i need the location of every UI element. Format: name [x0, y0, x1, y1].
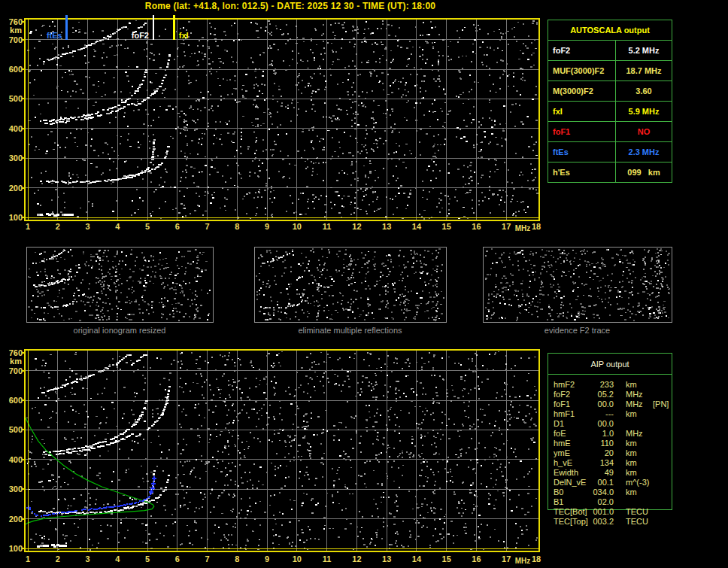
- param-unit: km: [626, 458, 653, 468]
- plot-area: [25, 19, 539, 220]
- svg-text:17: 17: [502, 222, 511, 231]
- svg-text:7: 7: [205, 222, 210, 231]
- param-label: foF1: [554, 399, 591, 409]
- processing-panel-1: [254, 247, 446, 322]
- param-label: foF2: [548, 41, 616, 60]
- param-value: 2.3 MHz: [616, 142, 672, 162]
- svg-text:500: 500: [9, 94, 23, 103]
- table-row: hmE110km: [554, 439, 672, 448]
- param-label: fxI: [548, 102, 616, 121]
- svg-text:13: 13: [382, 222, 391, 231]
- top-ionogram-plot: 760700600500400300200100km12345678910111…: [9, 15, 541, 232]
- svg-text:600: 600: [9, 396, 23, 405]
- param-value: 3.60: [616, 81, 672, 101]
- svg-text:km: km: [10, 26, 22, 35]
- param-unit: TECU: [626, 517, 653, 527]
- panel-caption-eliminate: eliminate multiple reflections: [254, 326, 446, 335]
- param-value: 5.9 MHz: [616, 102, 672, 121]
- table-row: TEC[Top]003.2TECU: [554, 517, 672, 527]
- electron-density-profile: [25, 417, 154, 525]
- table-row: fxI 5.9 MHz: [548, 101, 672, 121]
- param-value: 20: [591, 448, 614, 458]
- svg-text:4: 4: [115, 554, 120, 563]
- svg-text:11: 11: [323, 222, 332, 231]
- param-label: ftEs: [548, 142, 616, 162]
- table-row: B102.0: [554, 497, 672, 507]
- param-unit: km: [626, 448, 653, 458]
- table-row: foE1.0MHz: [554, 429, 672, 439]
- svg-text:17: 17: [502, 554, 511, 563]
- param-unit: m^(-3): [626, 478, 653, 488]
- autoscala-screen: { "title": "Rome (lat: +41.8, lon: 012.5…: [0, 0, 728, 568]
- svg-text:16: 16: [472, 554, 481, 563]
- svg-text:4: 4: [115, 222, 120, 231]
- svg-text:18: 18: [532, 554, 541, 563]
- svg-text:400: 400: [9, 455, 23, 464]
- param-unit: [626, 419, 653, 429]
- aip-table-header: AIP output: [548, 354, 672, 375]
- param-value: 02.0: [591, 497, 614, 507]
- param-unit: km: [626, 409, 653, 419]
- svg-text:14: 14: [412, 554, 422, 563]
- svg-text:10: 10: [293, 222, 302, 231]
- svg-text:8: 8: [235, 554, 239, 563]
- table-row: M(3000)F2 3.60: [548, 80, 672, 101]
- svg-text:400: 400: [9, 124, 23, 133]
- param-unit: MHz: [626, 390, 653, 399]
- svg-text:14: 14: [412, 222, 422, 231]
- param-label: hmF2: [554, 380, 591, 390]
- table-row: ymE20km: [554, 448, 672, 458]
- svg-text:1: 1: [26, 222, 30, 231]
- svg-text:MHz: MHz: [515, 557, 531, 565]
- param-label: Ewidth: [554, 468, 591, 478]
- param-value: 001.0: [591, 507, 614, 517]
- svg-text:100: 100: [9, 544, 23, 553]
- param-unit: MHz: [626, 399, 653, 409]
- svg-text:6: 6: [175, 554, 180, 563]
- param-unit: km: [626, 380, 653, 390]
- param-value: 18.7 MHz: [616, 61, 672, 80]
- table-row: h_vE134km: [554, 458, 672, 468]
- param-unit: MHz: [626, 429, 653, 439]
- param-label: foF1: [548, 122, 616, 141]
- param-label: D1: [554, 419, 591, 429]
- svg-text:300: 300: [9, 153, 23, 163]
- param-unit: km: [626, 468, 653, 478]
- param-value: 233: [591, 380, 614, 390]
- param-label: foF2: [554, 390, 591, 399]
- param-label: B1: [554, 497, 591, 507]
- autoscala-output-table: AUTOSCALA output foF2 5.2 MHz MUF(3000)F…: [548, 20, 672, 183]
- svg-text:9: 9: [265, 554, 269, 563]
- svg-text:8: 8: [235, 222, 239, 231]
- param-label: ymE: [554, 448, 591, 458]
- svg-text:3: 3: [85, 554, 89, 563]
- svg-text:300: 300: [9, 484, 23, 494]
- aip-table-body: hmF2233km foF205.2MHz foF100.0MHz[PN] hm…: [548, 375, 672, 527]
- param-value: 00.1: [591, 478, 614, 488]
- table-row: B0034.0km: [554, 488, 672, 497]
- table-row: DelN_vE00.1m^(-3): [554, 478, 672, 488]
- param-label: DelN_vE: [554, 478, 591, 488]
- svg-text:foF2: foF2: [132, 31, 149, 40]
- svg-text:2: 2: [56, 222, 60, 231]
- param-label: h'Es: [548, 163, 616, 182]
- panel-caption-original: original ionogram resized: [26, 326, 213, 335]
- svg-text:5: 5: [145, 222, 150, 231]
- svg-text:600: 600: [9, 65, 23, 74]
- svg-text:1: 1: [26, 554, 30, 563]
- param-label: foE: [554, 429, 591, 439]
- svg-text:15: 15: [442, 554, 451, 563]
- svg-text:500: 500: [9, 425, 23, 434]
- param-value: 034.0: [591, 488, 614, 497]
- svg-text:700: 700: [9, 35, 23, 44]
- param-label: hmE: [554, 439, 591, 448]
- svg-text:12: 12: [352, 222, 361, 231]
- processing-panel-0: [26, 247, 213, 322]
- param-value: 05.2: [591, 390, 614, 399]
- param-unit: [626, 497, 653, 507]
- param-value: 1.0: [591, 429, 614, 439]
- svg-text:100: 100: [9, 213, 23, 222]
- panel-caption-evidence: evidence F2 trace: [483, 326, 672, 335]
- svg-text:200: 200: [9, 515, 23, 524]
- param-note: [PN]: [653, 399, 669, 409]
